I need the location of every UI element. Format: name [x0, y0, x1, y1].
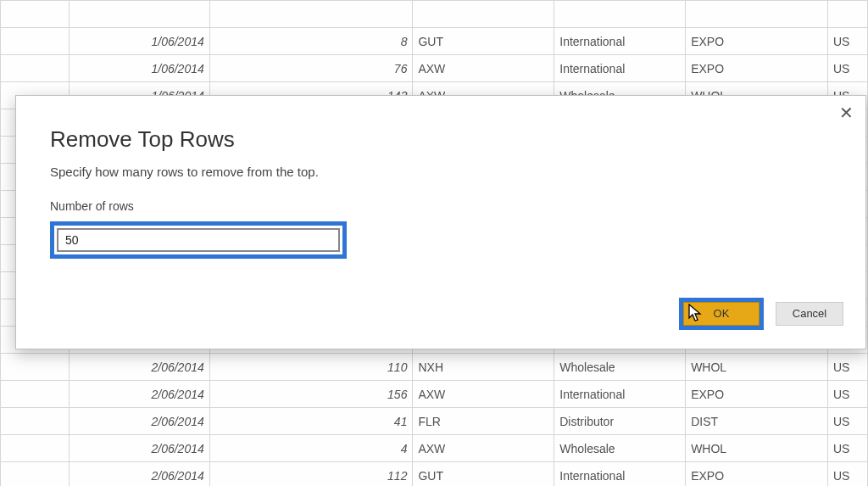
table-cell[interactable]: International: [554, 462, 686, 487]
ok-button-highlight: OK: [679, 298, 764, 330]
table-cell[interactable]: FLR: [413, 408, 554, 435]
table-cell[interactable]: International: [554, 381, 686, 408]
table-row[interactable]: [1, 1, 868, 28]
table-cell[interactable]: AXW: [413, 55, 554, 82]
table-cell[interactable]: International: [554, 28, 686, 55]
table-cell[interactable]: 2/06/2014: [69, 408, 209, 435]
table-cell[interactable]: 1/06/2014: [69, 28, 209, 55]
table-cell[interactable]: [1, 28, 70, 55]
table-cell[interactable]: 2/06/2014: [69, 435, 209, 462]
table-cell[interactable]: 8: [209, 28, 413, 55]
table-row[interactable]: 2/06/20144AXWWholesaleWHOLUS: [1, 435, 868, 462]
table-cell[interactable]: 2/06/2014: [69, 354, 209, 381]
table-cell[interactable]: WHOL: [686, 435, 828, 462]
table-cell[interactable]: [1, 1, 70, 28]
table-cell[interactable]: 4: [209, 435, 413, 462]
table-cell[interactable]: [1, 408, 70, 435]
table-cell[interactable]: EXPO: [686, 28, 828, 55]
table-cell[interactable]: International: [554, 55, 686, 82]
table-cell[interactable]: [1, 435, 70, 462]
table-cell[interactable]: EXPO: [686, 381, 828, 408]
table-row[interactable]: 2/06/2014110NXHWholesaleWHOLUS: [1, 354, 868, 381]
table-cell[interactable]: GUT: [413, 462, 554, 487]
table-cell[interactable]: 112: [209, 462, 413, 487]
table-cell[interactable]: 41: [209, 408, 413, 435]
dialog-subtitle: Specify how many rows to remove from the…: [16, 153, 865, 179]
table-cell[interactable]: 1/06/2014: [69, 55, 209, 82]
table-cell[interactable]: US: [827, 462, 867, 487]
remove-top-rows-dialog: ✕ Remove Top Rows Specify how many rows …: [15, 95, 866, 349]
table-cell[interactable]: 76: [209, 55, 413, 82]
table-cell[interactable]: WHOL: [686, 354, 828, 381]
table-cell[interactable]: DIST: [686, 408, 828, 435]
table-cell[interactable]: [69, 1, 209, 28]
table-cell[interactable]: Wholesale: [554, 435, 686, 462]
table-row[interactable]: 1/06/201476AXWInternationalEXPOUS: [1, 55, 868, 82]
table-row[interactable]: 2/06/2014156AXWInternationalEXPOUS: [1, 381, 868, 408]
number-of-rows-highlight: [50, 221, 347, 259]
table-cell[interactable]: AXW: [413, 381, 554, 408]
table-cell[interactable]: Distributor: [554, 408, 686, 435]
dialog-title: Remove Top Rows: [16, 96, 865, 153]
table-cell[interactable]: Wholesale: [554, 354, 686, 381]
table-cell[interactable]: [209, 1, 413, 28]
table-cell[interactable]: NXH: [413, 354, 554, 381]
table-cell[interactable]: US: [827, 381, 867, 408]
dialog-button-row: OK Cancel: [679, 298, 843, 330]
ok-button[interactable]: OK: [683, 302, 760, 326]
table-cell[interactable]: US: [827, 408, 867, 435]
close-icon[interactable]: ✕: [839, 104, 854, 121]
table-cell[interactable]: 2/06/2014: [69, 462, 209, 487]
table-cell[interactable]: [1, 462, 70, 487]
table-cell[interactable]: [1, 55, 70, 82]
table-cell[interactable]: 156: [209, 381, 413, 408]
number-of-rows-label: Number of rows: [16, 179, 865, 213]
table-cell[interactable]: [686, 1, 828, 28]
table-cell[interactable]: EXPO: [686, 462, 828, 487]
table-cell[interactable]: [413, 1, 554, 28]
table-cell[interactable]: [1, 354, 70, 381]
table-cell[interactable]: EXPO: [686, 55, 828, 82]
cancel-button[interactable]: Cancel: [776, 302, 843, 326]
table-cell[interactable]: 110: [209, 354, 413, 381]
table-cell[interactable]: US: [827, 28, 867, 55]
table-cell[interactable]: GUT: [413, 28, 554, 55]
table-row[interactable]: 1/06/20148GUTInternationalEXPOUS: [1, 28, 868, 55]
table-row[interactable]: 2/06/2014112GUTInternationalEXPOUS: [1, 462, 868, 487]
table-cell[interactable]: US: [827, 435, 867, 462]
number-of-rows-input[interactable]: [58, 229, 339, 251]
table-cell[interactable]: US: [827, 55, 867, 82]
table-cell[interactable]: AXW: [413, 435, 554, 462]
table-row[interactable]: 2/06/201441FLRDistributorDISTUS: [1, 408, 868, 435]
table-cell[interactable]: [554, 1, 686, 28]
table-cell[interactable]: [827, 1, 867, 28]
table-cell[interactable]: US: [827, 354, 867, 381]
table-cell[interactable]: 2/06/2014: [69, 381, 209, 408]
table-cell[interactable]: [1, 381, 70, 408]
